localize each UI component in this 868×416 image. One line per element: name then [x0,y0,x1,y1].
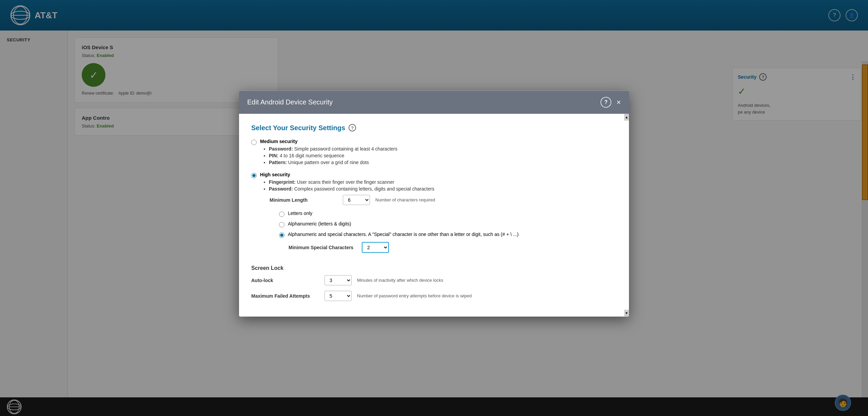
high-security-label[interactable]: High security [260,172,290,177]
section-help-icon[interactable]: ? [349,124,356,132]
min-length-hint: Number of characters required [375,197,435,202]
screen-lock-section: Screen Lock Auto-lock 1 2 3 5 10 Minutes… [251,265,617,301]
letters-only-option: Letters only [279,210,617,217]
modal-overlay[interactable]: Edit Android Device Security ? × ▲ ▼ Sel… [0,0,868,416]
bullet-pin: PIN: 4 to 16 digit numeric sequence [269,153,397,158]
max-failed-row: Maximum Failed Attempts 3 4 5 6 10 Numbe… [251,291,617,301]
min-length-label: Minimum Length [270,197,337,202]
max-failed-select[interactable]: 3 4 5 6 10 [324,291,352,301]
min-length-block: Minimum Length 4 5 6 7 8 9 10 Number of … [270,195,617,253]
modal-scroll-down[interactable]: ▼ [624,310,629,316]
min-special-chars-label: Minimum Special Characters [289,244,356,250]
alphanumeric-radio[interactable] [279,222,284,227]
min-special-chars-select[interactable]: 1 2 3 4 5 [362,242,389,253]
section-title: Select Your Security Settings ? [251,124,617,132]
alphanumeric-special-option: Alphanumeric and special characters. A "… [279,231,617,238]
letters-only-radio[interactable] [279,211,284,217]
bullet-password-complex: Password: Complex password containing le… [269,186,617,191]
bullet-fingerprint: Fingerprint: User scans their finger ove… [269,179,617,184]
high-security-option: High security Fingerprint: User scans th… [251,172,617,258]
alphanumeric-option: Alphanumeric (letters & digits) [279,221,617,227]
min-length-select[interactable]: 4 5 6 7 8 9 10 [343,195,370,205]
auto-lock-label: Auto-lock [251,277,319,283]
modal-title: Edit Android Device Security [247,98,333,106]
modal-header-actions: ? × [600,97,621,107]
alphanumeric-special-radio[interactable] [279,232,284,238]
auto-lock-hint: Minutes of inactivity after which device… [357,278,443,283]
auto-lock-select[interactable]: 1 2 3 5 10 [324,275,352,285]
modal-body: ▲ ▼ Select Your Security Settings ? Medi… [239,114,629,316]
medium-security-bullets: Password: Simple password containing at … [269,146,397,165]
bullet-password-simple: Password: Simple password containing at … [269,146,397,151]
bullet-pattern: Pattern: Unique pattern over a grid of n… [269,159,397,165]
edit-security-modal: Edit Android Device Security ? × ▲ ▼ Sel… [239,91,629,316]
high-security-radio[interactable] [251,173,257,178]
max-failed-label: Maximum Failed Attempts [251,293,319,298]
high-security-bullets: Fingerprint: User scans their finger ove… [269,179,617,191]
letters-only-label[interactable]: Letters only [288,210,312,216]
auto-lock-row: Auto-lock 1 2 3 5 10 Minutes of inactivi… [251,275,617,285]
max-failed-hint: Number of password entry attempts before… [357,293,472,298]
min-special-chars-row: Minimum Special Characters 1 2 3 4 5 [289,242,617,253]
screen-lock-title: Screen Lock [251,265,617,271]
modal-close-button[interactable]: × [616,98,621,106]
modal-help-button[interactable]: ? [600,97,611,107]
alphanumeric-special-label[interactable]: Alphanumeric and special characters. A "… [288,231,518,237]
modal-header: Edit Android Device Security ? × [239,91,629,114]
medium-security-radio[interactable] [251,139,257,145]
medium-security-label[interactable]: Medium security [260,138,297,144]
min-length-row: Minimum Length 4 5 6 7 8 9 10 Number of … [270,195,617,205]
medium-security-option: Medium security Password: Simple passwor… [251,138,617,167]
modal-scroll-up[interactable]: ▲ [624,114,629,120]
alphanumeric-label[interactable]: Alphanumeric (letters & digits) [288,221,351,226]
password-type-group: Letters only Alphanumeric (letters & dig… [279,210,617,253]
